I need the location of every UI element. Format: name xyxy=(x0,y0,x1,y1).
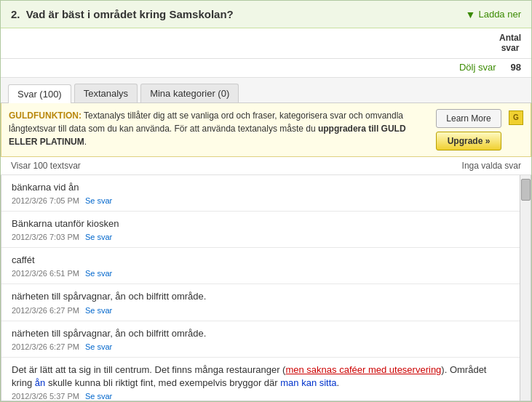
dolj-svar-link[interactable]: Dölj svar xyxy=(459,62,496,73)
gold-buttons: Learn More Upgrade » xyxy=(436,109,501,150)
list-item: Bänkarna utanför kiosken 2012/3/26 7:03 … xyxy=(1,212,520,248)
response-text: bänkarna vid ån xyxy=(12,181,509,194)
list-item: Det är lätt att ta sig in till centrum. … xyxy=(1,358,520,401)
responses-list: bänkarna vid ån 2012/3/26 7:05 PM Se sva… xyxy=(1,175,520,401)
gold-icon: G xyxy=(509,110,523,125)
tab-textanalys[interactable]: Textanalys xyxy=(74,84,138,102)
upgrade-button[interactable]: Upgrade » xyxy=(436,132,501,150)
se-svar-link[interactable]: Se svar xyxy=(85,342,112,351)
svar-count: 98 xyxy=(511,62,521,73)
tabs-row: Svar (100) Textanalys Mina kategorier (0… xyxy=(1,78,531,103)
question-card: 2. Vad är bäst i området kring Samskolan… xyxy=(0,0,532,402)
gold-banner-text: GULDFUNKTION: Textanalys tillåter dig at… xyxy=(9,109,429,148)
scrollbar-track[interactable] xyxy=(520,175,531,401)
response-meta: 2012/3/26 6:51 PM Se svar xyxy=(12,269,509,278)
download-icon: ▼ xyxy=(466,9,476,20)
response-meta: 2012/3/26 6:27 PM Se svar xyxy=(12,306,509,315)
list-item: caffét 2012/3/26 6:51 PM Se svar xyxy=(1,248,520,284)
se-svar-link[interactable]: Se svar xyxy=(85,306,112,315)
download-link[interactable]: ▼ Ladda ner xyxy=(466,9,521,20)
highlight-blue-2: man kan sitta xyxy=(280,377,336,388)
list-item: bänkarna vid ån 2012/3/26 7:05 PM Se sva… xyxy=(1,175,520,212)
response-meta: 2012/3/26 6:27 PM Se svar xyxy=(12,342,509,351)
response-text: Det är lätt att ta sig in till centrum. … xyxy=(12,363,509,390)
list-item: närheten till spårvagnar, ån och bilfrit… xyxy=(1,284,520,321)
tab-svar[interactable]: Svar (100) xyxy=(8,84,71,103)
inga-valda-text: Inga valda svar xyxy=(462,161,521,171)
response-text: närheten till spårvagnar, ån och bilfrit… xyxy=(12,290,509,303)
response-text: Bänkarna utanför kiosken xyxy=(12,217,509,230)
scrollbar-thumb[interactable] xyxy=(521,179,531,201)
highlight-blue: ån xyxy=(35,377,45,388)
response-text: närheten till spårvagnar, ån och bilfrit… xyxy=(12,327,509,340)
gold-label: GULDFUNKTION: xyxy=(9,110,82,121)
results-info-bar: Visar 100 textsvar Inga valda svar xyxy=(1,157,531,175)
question-header: 2. Vad är bäst i området kring Samskolan… xyxy=(1,1,531,28)
antal-svar-label: Antal svar xyxy=(499,33,521,54)
se-svar-link[interactable]: Se svar xyxy=(85,392,112,401)
response-text: caffét xyxy=(12,254,509,267)
learn-more-button[interactable]: Learn More xyxy=(436,109,501,128)
se-svar-link[interactable]: Se svar xyxy=(85,269,112,278)
gold-banner: GULDFUNKTION: Textanalys tillåter dig at… xyxy=(1,103,531,157)
list-item: närheten till spårvagnar, ån och bilfrit… xyxy=(1,321,520,358)
response-meta: 2012/3/26 5:37 PM Se svar xyxy=(12,392,509,401)
visar-text: Visar 100 textsvar xyxy=(11,161,81,171)
question-title: 2. Vad är bäst i området kring Samskolan… xyxy=(11,8,234,20)
highlight-red: men saknas caféer med uteservering xyxy=(285,364,441,375)
antal-svar-bar: Antal svar xyxy=(1,28,531,59)
response-meta: 2012/3/26 7:03 PM Se svar xyxy=(12,233,509,241)
tab-mina-kategorier[interactable]: Mina kategorier (0) xyxy=(140,84,239,102)
download-label: Ladda ner xyxy=(478,9,521,20)
se-svar-link[interactable]: Se svar xyxy=(85,233,112,241)
responses-wrapper: bänkarna vid ån 2012/3/26 7:05 PM Se sva… xyxy=(1,175,531,401)
response-meta: 2012/3/26 7:05 PM Se svar xyxy=(12,196,509,205)
dolj-svar-bar: Dölj svar 98 xyxy=(1,59,531,78)
se-svar-link[interactable]: Se svar xyxy=(85,196,112,205)
